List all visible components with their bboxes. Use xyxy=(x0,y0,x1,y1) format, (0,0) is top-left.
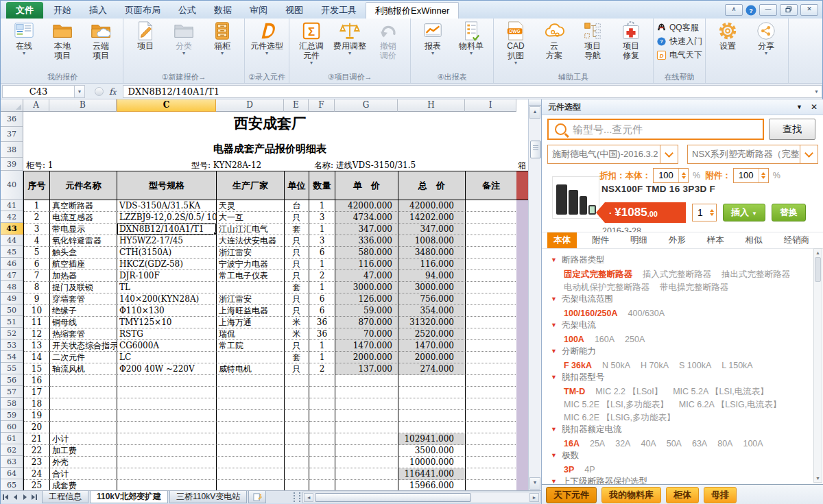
filter-section-header[interactable]: ▼脱扣器额定电流 xyxy=(551,423,813,436)
cell[interactable]: 102941.000 xyxy=(398,433,466,445)
cell[interactable]: 2000.000 xyxy=(335,352,398,363)
cell[interactable] xyxy=(217,398,285,410)
scroll-down-icon[interactable]: ▼ xyxy=(529,477,540,490)
cell[interactable] xyxy=(285,398,309,410)
minimize-icon[interactable]: — xyxy=(759,4,777,16)
cell[interactable]: 铜母线 xyxy=(50,317,117,328)
row-header-61[interactable]: 61 xyxy=(1,433,23,444)
filter-option[interactable]: 插入式完整断路器 xyxy=(643,269,711,279)
cell[interactable]: 加工费 xyxy=(50,445,117,457)
cell[interactable]: 1 xyxy=(309,282,335,293)
search-input[interactable] xyxy=(571,123,763,136)
cell[interactable]: 59.000 xyxy=(335,305,398,317)
row-header-55[interactable]: 55 xyxy=(1,363,23,374)
cell[interactable] xyxy=(117,422,217,433)
cell[interactable]: 小计 xyxy=(50,433,117,445)
ribbon-tab-利驰报价ExWinner[interactable]: 利驰报价ExWinner xyxy=(366,2,459,19)
column-header-C[interactable]: C xyxy=(117,99,216,112)
scroll-up-icon[interactable]: ▲ xyxy=(529,106,540,119)
horizontal-scroll-thumb[interactable] xyxy=(315,493,471,502)
cell[interactable]: 外壳 xyxy=(50,457,117,468)
cell[interactable] xyxy=(398,410,466,422)
filter-option[interactable]: 100A xyxy=(564,335,584,344)
cell[interactable]: 常工电子仪表 xyxy=(217,270,285,282)
cell[interactable]: 加热器 xyxy=(50,270,117,282)
help-icon[interactable]: ? xyxy=(746,5,756,16)
cell[interactable]: 只 xyxy=(285,363,309,375)
row-header-41[interactable]: 41 xyxy=(1,200,23,211)
first-sheet-icon[interactable] xyxy=(1,491,10,503)
row-header-42[interactable]: 42 xyxy=(1,211,23,223)
cell[interactable] xyxy=(285,422,309,433)
cell[interactable]: 穿墙套管 xyxy=(50,293,117,305)
filter-option[interactable]: MIC 2.2 【LSoI】 xyxy=(595,387,663,396)
cell[interactable]: 347.000 xyxy=(335,224,398,235)
filter-option[interactable]: MIC 6.2E 【LSIG,多功能表】 xyxy=(564,413,676,422)
cell[interactable] xyxy=(335,457,398,468)
cell[interactable]: 3480.000 xyxy=(398,247,466,259)
cell[interactable] xyxy=(50,375,117,387)
insert-worksheet-icon[interactable] xyxy=(248,491,266,503)
ribbon-tab-开始[interactable]: 开始 xyxy=(45,2,80,19)
next-sheet-icon[interactable] xyxy=(20,491,29,503)
filter-option[interactable]: MIC 5.2E 【LSI,多功能表】 xyxy=(564,400,669,409)
panel-tab-样本[interactable]: 样本 xyxy=(701,232,730,248)
ribbon-tab-开发工具[interactable]: 开发工具 xyxy=(312,2,366,19)
cell[interactable] xyxy=(309,468,335,480)
cell[interactable] xyxy=(117,433,217,445)
cell[interactable]: 宁波宁力电器 xyxy=(217,259,285,270)
column-header-F[interactable]: F xyxy=(309,99,335,112)
cell[interactable]: 25 xyxy=(24,480,50,490)
cell[interactable]: 23 xyxy=(24,457,50,468)
sheet-tab-110kV北郊变扩建[interactable]: 110kV北郊变扩建 xyxy=(90,491,168,503)
cell[interactable]: 336.000 xyxy=(335,235,398,247)
replace-button[interactable]: 替换 xyxy=(772,204,806,221)
ribbon-button-分享[interactable]: 分享▾ xyxy=(747,19,785,56)
filter-option[interactable]: MIC 6.2A 【LSIG,电流表】 xyxy=(679,400,781,409)
cell[interactable]: 3500.000 xyxy=(398,445,466,457)
row-header-44[interactable]: 44 xyxy=(1,235,23,246)
cell[interactable]: TL xyxy=(117,282,217,293)
cell[interactable] xyxy=(466,282,517,293)
cell[interactable]: 威特电机 xyxy=(217,363,285,375)
cell[interactable] xyxy=(117,398,217,410)
cell[interactable]: 只 xyxy=(285,235,309,247)
ribbon-button-CAD扒图[interactable]: DWGCAD 扒图▾ xyxy=(497,19,535,65)
cell[interactable] xyxy=(466,352,517,363)
filter-section-header[interactable]: ▼断路器类型 xyxy=(551,254,813,267)
cell[interactable]: 137.000 xyxy=(335,363,398,375)
cell[interactable] xyxy=(309,375,335,387)
cell[interactable] xyxy=(466,387,517,398)
cell[interactable] xyxy=(335,410,398,422)
cell[interactable] xyxy=(50,410,117,422)
cell[interactable]: 瑞侃 xyxy=(217,328,285,340)
cell[interactable]: 3 xyxy=(24,224,50,235)
cell[interactable] xyxy=(466,200,517,212)
name-box-dropdown-icon[interactable]: ▼ xyxy=(75,85,85,98)
cell[interactable] xyxy=(466,270,517,282)
split-handle[interactable] xyxy=(529,99,541,106)
cell[interactable]: 1470.000 xyxy=(335,340,398,352)
row-header-43[interactable]: 43 xyxy=(1,223,23,235)
cell[interactable]: Φ110×130 xyxy=(117,305,217,317)
insert-function-icon[interactable] xyxy=(95,87,104,96)
cell[interactable]: 70.000 xyxy=(335,328,398,340)
filter-option[interactable]: 40A xyxy=(641,439,656,448)
panel-tab-经销商[interactable]: 经销商 xyxy=(777,232,815,248)
filter-option[interactable]: 固定式完整断路器 xyxy=(564,269,632,279)
filter-section-header[interactable]: ▼极数 xyxy=(551,449,813,462)
row-header-46[interactable]: 46 xyxy=(1,258,23,269)
cell[interactable]: 8 xyxy=(24,282,50,293)
panel-tab-本体[interactable]: 本体 xyxy=(547,232,577,248)
cell[interactable] xyxy=(335,445,398,457)
filter-option[interactable]: MIC 5.2A 【LSI,电流表】 xyxy=(673,387,769,396)
cell[interactable] xyxy=(466,445,517,457)
sheet-tab-三桥110kV变电站[interactable]: 三桥110kV变电站 xyxy=(169,491,247,503)
cell[interactable]: 31320.000 xyxy=(398,317,466,328)
cell[interactable]: 只 xyxy=(285,270,309,282)
cell[interactable] xyxy=(335,375,398,387)
cell[interactable] xyxy=(217,422,285,433)
cell[interactable] xyxy=(309,433,335,445)
ribbon-button-在线[interactable]: 在线▾ xyxy=(5,19,43,56)
brand-select-dropdown-icon[interactable] xyxy=(660,145,678,163)
